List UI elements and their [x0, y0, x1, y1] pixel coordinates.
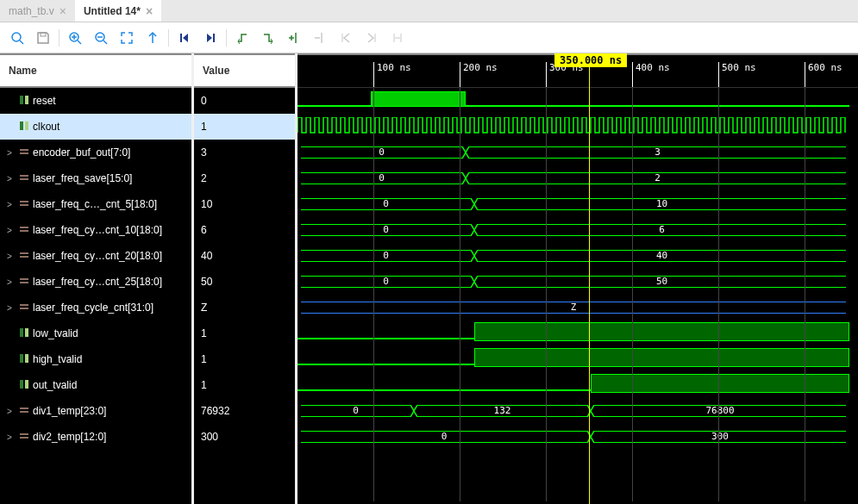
goto-start-icon[interactable]	[172, 26, 197, 50]
main: Name resetclkout>encoder_buf_out[7:0]>la…	[0, 53, 858, 504]
signal-value-row[interactable]: 300	[194, 424, 295, 450]
column-header-name[interactable]: Name	[0, 53, 191, 88]
wave-row[interactable]: 013276800	[297, 398, 858, 424]
svg-rect-23	[25, 96, 28, 104]
next-marker-icon[interactable]	[360, 26, 384, 50]
wave-row[interactable]: 010	[297, 191, 858, 217]
svg-rect-47	[20, 411, 28, 413]
signal-value-row[interactable]: 1	[194, 372, 295, 398]
expand-chevron-icon[interactable]: >	[7, 226, 16, 235]
save-icon[interactable]	[31, 26, 55, 50]
signal-value-row[interactable]: 1	[194, 320, 295, 346]
prev-transition-icon[interactable]	[230, 26, 254, 50]
close-icon[interactable]: ×	[59, 4, 66, 18]
signal-name-row[interactable]: out_tvalid	[0, 372, 191, 398]
wave-row[interactable]: 050	[297, 269, 858, 295]
signal-name-row[interactable]: >laser_freq_c…_cnt_5[18:0]	[0, 191, 191, 217]
expand-chevron-icon[interactable]: >	[7, 432, 16, 442]
expand-chevron-icon[interactable]: >	[7, 148, 16, 158]
bus-icon	[19, 302, 29, 314]
goto-cursor-icon[interactable]	[141, 26, 165, 50]
svg-rect-29	[20, 178, 28, 180]
wave-row[interactable]	[297, 320, 858, 346]
column-header-value[interactable]: Value	[194, 53, 295, 88]
svg-rect-44	[20, 380, 23, 389]
cursor-time-label[interactable]: 350.000 ns	[554, 53, 627, 67]
expand-chevron-icon[interactable]: >	[7, 277, 16, 287]
wave-row[interactable]	[297, 372, 858, 398]
signal-value-row[interactable]: 40	[194, 243, 295, 269]
signal-name-row[interactable]: >laser_freq_save[15:0]	[0, 165, 191, 191]
signal-name-row[interactable]: reset	[0, 88, 191, 114]
signal-value-row[interactable]: 1	[194, 114, 295, 140]
toolbar	[0, 22, 858, 53]
signal-value-row[interactable]: 2	[194, 165, 295, 191]
tab-math-tb[interactable]: math_tb.v ×	[0, 0, 75, 22]
zoom-out-icon[interactable]	[89, 26, 113, 50]
signal-value-row[interactable]: 10	[194, 191, 295, 217]
signal-name-row[interactable]: >div2_temp[12:0]	[0, 424, 191, 450]
signal-value-row[interactable]: 0	[194, 88, 295, 114]
svg-point-0	[12, 33, 21, 41]
wave-row[interactable]: Z	[297, 295, 858, 320]
prev-marker-icon[interactable]	[334, 26, 358, 50]
svg-rect-24	[20, 121, 23, 130]
wave-row[interactable]: 040	[297, 243, 858, 269]
svg-rect-30	[20, 201, 28, 202]
expand-chevron-icon[interactable]: >	[7, 200, 16, 209]
search-icon[interactable]	[5, 26, 29, 50]
wave-row[interactable]: 02	[297, 165, 858, 191]
signal-value-row[interactable]: 76932	[194, 398, 295, 424]
bus-icon	[19, 250, 29, 263]
signal-value-row[interactable]: 6	[194, 217, 295, 243]
bus-icon	[19, 146, 29, 159]
expand-chevron-icon[interactable]: >	[7, 303, 16, 313]
signal-name-row[interactable]: >laser_freq_cy…cnt_20[18:0]	[0, 243, 191, 269]
swap-markers-icon[interactable]	[385, 26, 410, 50]
expand-chevron-icon[interactable]: >	[7, 174, 16, 184]
wave-row[interactable]	[297, 114, 858, 140]
wave-row[interactable]: 06	[297, 217, 858, 243]
zoom-in-icon[interactable]	[63, 26, 87, 50]
signal-value-label: 6	[201, 224, 207, 236]
signal-name-row[interactable]: clkout	[0, 114, 191, 140]
signal-value-row[interactable]: 3	[194, 140, 295, 165]
signal-value-row[interactable]: 50	[194, 269, 295, 295]
signal-value-row[interactable]: 1	[194, 346, 295, 372]
expand-chevron-icon[interactable]: >	[7, 407, 16, 416]
wave-row[interactable]: 03	[297, 140, 858, 165]
signal-value-label: 1	[201, 121, 207, 133]
signal-value-row[interactable]: Z	[194, 295, 295, 320]
tab-untitled-14[interactable]: Untitled 14* ×	[75, 0, 161, 22]
wave-row[interactable]	[297, 88, 858, 114]
next-transition-icon[interactable]	[256, 26, 280, 50]
signal-value-label: 300	[201, 431, 218, 443]
wave-row[interactable]	[297, 346, 858, 372]
signal-name-row[interactable]: high_tvalid	[0, 346, 191, 372]
tick-label: 600 ns	[808, 62, 842, 73]
signal-name-row[interactable]: >laser_freq_cycle_cnt[31:0]	[0, 295, 191, 320]
remove-marker-icon[interactable]	[308, 26, 332, 50]
waveform-viewer[interactable]: 350.000 ns 100 ns200 ns300 ns400 ns500 n…	[297, 53, 858, 504]
add-marker-icon[interactable]	[282, 26, 306, 50]
bus-icon	[19, 172, 29, 185]
signal-name-row[interactable]: >encoder_buf_out[7:0]	[0, 140, 191, 165]
signal-value-label: 40	[201, 250, 212, 262]
signal-value-panel: Value 01321064050Z11176932300	[194, 53, 297, 504]
signal-name-row[interactable]: >laser_freq_cy…cnt_10[18:0]	[0, 217, 191, 243]
expand-chevron-icon[interactable]: >	[7, 252, 16, 261]
close-icon[interactable]: ×	[146, 4, 153, 18]
svg-rect-26	[20, 149, 28, 151]
signal-name-row[interactable]: >laser_freq_cy…cnt_25[18:0]	[0, 269, 191, 295]
goto-end-icon[interactable]	[198, 26, 222, 50]
signal-name-row[interactable]: >div1_temp[23:0]	[0, 398, 191, 424]
signal-name-label: laser_freq_save[15:0]	[33, 172, 132, 184]
signal-name-label: laser_freq_cy…cnt_10[18:0]	[33, 224, 162, 236]
zoom-fit-icon[interactable]	[115, 26, 139, 50]
tab-label: math_tb.v	[9, 5, 54, 17]
scalar-icon	[19, 353, 29, 366]
signal-name-label: div2_temp[12:0]	[33, 431, 106, 443]
wave-row[interactable]: 0300	[297, 424, 858, 450]
signal-name-row[interactable]: low_tvalid	[0, 320, 191, 346]
cursor-line[interactable]	[589, 53, 590, 504]
